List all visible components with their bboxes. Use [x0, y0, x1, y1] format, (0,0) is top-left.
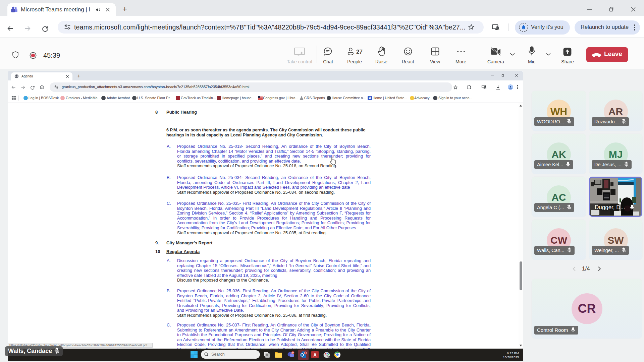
svg-text:9+: 9+: [291, 352, 294, 354]
svg-text:T: T: [12, 9, 14, 12]
